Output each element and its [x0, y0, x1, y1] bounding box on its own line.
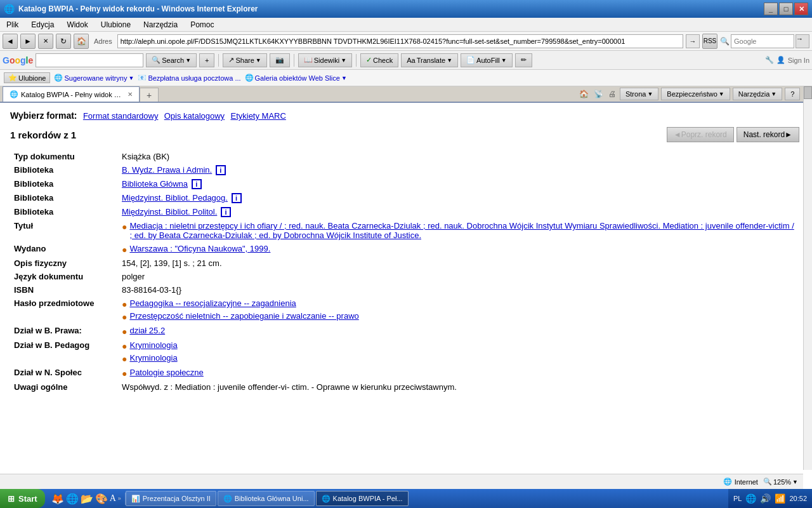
bibl3-link[interactable]: Międzyinst. Bibliot. Pedagog. — [122, 193, 228, 203]
kryminologia2-link[interactable]: Kryminologia — [129, 353, 177, 363]
tab-close-1[interactable]: ✕ — [128, 91, 133, 98]
bibl2-info-icon[interactable]: i — [192, 179, 202, 189]
tab-katalog[interactable]: 🌐 Katalog BWPIA - Pełny widok rekordu ✕ — [3, 86, 140, 102]
translate-button[interactable]: Aa Translate ▼ — [401, 53, 458, 67]
menu-widok[interactable]: Widok — [63, 19, 91, 30]
format-standard-link[interactable]: Format standardowy — [83, 111, 159, 121]
sidewiki-dropdown-icon[interactable]: ▼ — [341, 57, 346, 64]
dzial-prawa-link[interactable]: dział 25.2 — [129, 326, 165, 335]
tray-language[interactable]: PL — [733, 495, 742, 502]
rss-button[interactable]: RSS — [702, 34, 717, 49]
toolbar-camera-button[interactable]: 📷 — [270, 53, 290, 67]
field-label: Dział w B. Pedagog — [10, 338, 118, 366]
ql-folder[interactable]: 📂 — [81, 493, 93, 505]
menu-plik[interactable]: Plik — [3, 19, 22, 30]
taskbar-biblioteka[interactable]: 🌐 Biblioteka Główna Uni... — [218, 491, 315, 506]
ql-expand[interactable]: » — [118, 495, 121, 502]
table-row: Tytuł ● Mediacja : nieletni przestępcy i… — [10, 219, 799, 242]
home-tab-icon[interactable]: 🏠 — [578, 88, 590, 100]
next-record-button[interactable]: Nast. rekord► — [737, 127, 799, 142]
taskbar-prezentacja[interactable]: 📊 Prezentacja Olsztyn II — [126, 491, 216, 506]
bibl3-info-icon[interactable]: i — [232, 193, 242, 203]
bibl1-link[interactable]: B. Wydz. Prawa i Admin. — [122, 165, 212, 175]
bibl4-link[interactable]: Międzyinst. Bibliot. Politol. — [122, 207, 217, 217]
suggested-dropdown-icon[interactable]: ▼ — [128, 75, 134, 81]
toolbar-plus-button[interactable]: + — [199, 53, 214, 67]
gallery-icon: 🌐 — [245, 74, 254, 82]
autofill-button[interactable]: 📄 AutoFill ▼ — [461, 53, 513, 67]
zoom-control[interactable]: 🔍 125% ▼ — [763, 478, 798, 486]
tray-network[interactable]: 🌐 — [745, 493, 756, 504]
rss-tab-icon[interactable]: 📡 — [593, 88, 605, 100]
field-value: ● Warszawa : "Oficyna Naukowa", 1999. — [118, 242, 799, 257]
search-button[interactable]: 🔍 Search ▼ — [146, 53, 197, 67]
maximize-button[interactable]: □ — [779, 3, 793, 15]
favorites-star-btn[interactable]: ⭐ Ulubione — [4, 72, 50, 83]
menu-narzedzia[interactable]: Narzędzia — [140, 19, 181, 30]
menu-edycja[interactable]: Edycja — [27, 19, 58, 30]
scrollbar-thumb[interactable] — [804, 86, 812, 99]
tab-new[interactable]: + — [140, 88, 159, 102]
scrollable-content[interactable]: Wybierz format: Format standardowy Opis … — [0, 103, 812, 489]
bibl4-info-icon[interactable]: i — [221, 207, 231, 217]
sidewiki-button[interactable]: 📖 Sidewiki ▼ — [298, 53, 352, 67]
forward-button[interactable]: ► — [20, 34, 36, 49]
check-button[interactable]: ✓ Check — [360, 53, 398, 67]
prev-record-button[interactable]: ◄Poprz. rekord — [667, 127, 734, 142]
menu-pomoc[interactable]: Pomoc — [187, 19, 218, 30]
help-btn[interactable]: ? — [785, 88, 800, 100]
tools-btn[interactable]: Narzędzia ▼ — [733, 88, 782, 100]
page-btn[interactable]: Strona ▼ — [620, 88, 658, 100]
google-search-go[interactable]: → — [796, 34, 809, 48]
autofill-dropdown-icon[interactable]: ▼ — [501, 57, 507, 64]
ql-firefox[interactable]: 🦊 — [51, 493, 64, 505]
patologie-link[interactable]: Patologie społeczne — [129, 368, 203, 377]
close-button[interactable]: ✕ — [794, 3, 808, 15]
security-btn[interactable]: Bezpieczeństwo ▼ — [661, 88, 730, 100]
format-marc-link[interactable]: Etykiety MARC — [230, 111, 285, 121]
menu-ulubione[interactable]: Ulubione — [97, 19, 134, 30]
page-dropdown-icon[interactable]: ▼ — [647, 91, 653, 97]
start-button[interactable]: ⊞ Start — [0, 489, 45, 508]
ql-ie[interactable]: 🌐 — [66, 493, 79, 505]
security-dropdown-icon[interactable]: ▼ — [719, 91, 724, 97]
address-input[interactable] — [117, 34, 683, 48]
taskbar-katalog[interactable]: 🌐 Katalog BWPIA - Peł... — [316, 491, 409, 506]
mail-service-btn[interactable]: 📧 Bezpłatna usługa pocztowa ... — [138, 74, 240, 82]
zoom-dropdown-icon[interactable]: ▼ — [792, 479, 798, 485]
toolbar-pencil-button[interactable]: ✏ — [515, 53, 532, 67]
bibl1-info-icon[interactable]: i — [216, 165, 226, 175]
tray-bluetooth[interactable]: 📶 — [775, 493, 785, 504]
gallery-dropdown-icon[interactable]: ▼ — [341, 75, 347, 81]
haslo1-link[interactable]: Pedagogika -- resocjalizacyjne -- zagadn… — [129, 298, 296, 308]
suggested-sites-btn[interactable]: 🌐 Sugerowane witryny ▼ — [54, 74, 134, 82]
bibl2-link[interactable]: Biblioteka Główna — [122, 179, 188, 189]
go-button[interactable]: → — [686, 34, 700, 48]
ql-paint[interactable]: 🎨 — [95, 493, 108, 505]
tray-sound[interactable]: 🔊 — [760, 493, 771, 504]
refresh-button[interactable]: ↻ — [56, 34, 71, 49]
translate-dropdown-icon[interactable]: ▼ — [447, 57, 452, 64]
address-label: Adres — [94, 37, 112, 45]
search-dropdown-icon[interactable]: ▼ — [185, 57, 191, 64]
minimize-button[interactable]: _ — [764, 3, 778, 15]
stop-button[interactable]: ✕ — [38, 34, 53, 49]
search-icon: 🔍 — [152, 56, 160, 64]
share-dropdown-icon[interactable]: ▼ — [256, 57, 261, 64]
format-catalog-link[interactable]: Opis katalogowy — [164, 111, 225, 121]
kryminologia1-link[interactable]: Kryminologia — [129, 340, 177, 350]
google-search-right[interactable] — [731, 34, 794, 48]
title-link[interactable]: Mediacja : nieletni przestępcy i ich ofi… — [129, 221, 796, 240]
tools-dropdown-icon[interactable]: ▼ — [771, 91, 776, 97]
home-button[interactable]: 🏠 — [74, 34, 89, 49]
gallery-btn[interactable]: 🌐 Galeria obiektów Web Slice ▼ — [245, 74, 347, 82]
back-button[interactable]: ◄ — [3, 34, 18, 49]
share-button[interactable]: ↗ Share ▼ — [223, 53, 266, 67]
sign-in-area[interactable]: 🔧 👤 Sign In — [765, 56, 809, 64]
ql-a[interactable]: A — [110, 493, 116, 504]
wydano-link[interactable]: Warszawa : "Oficyna Naukowa", 1999. — [129, 244, 270, 253]
print-tab-icon[interactable]: 🖨 — [607, 88, 617, 100]
google-toolbar-input[interactable] — [36, 53, 143, 67]
tab-new-icon: + — [147, 90, 152, 100]
haslo2-link[interactable]: Przestępczość nieletnich -- zapobieganie… — [129, 311, 358, 321]
